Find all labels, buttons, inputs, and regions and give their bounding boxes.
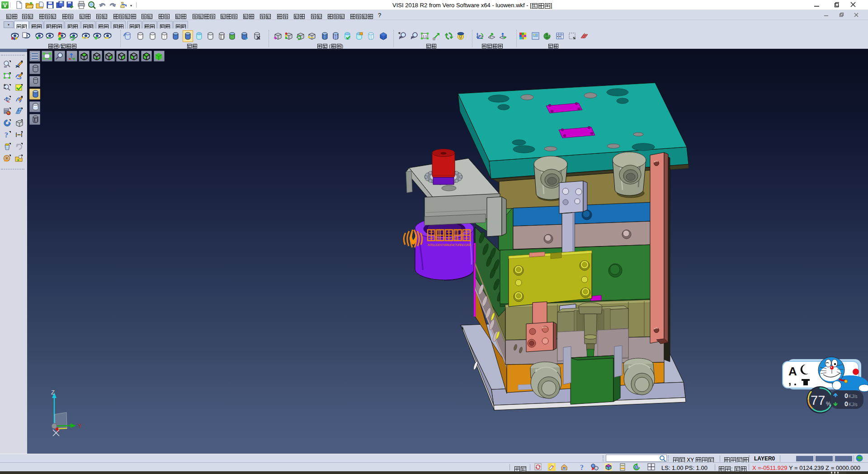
- svg-text:77: 77: [811, 393, 825, 408]
- svg-text:0: 0: [844, 400, 848, 408]
- svg-text:10: 10: [563, 468, 566, 470]
- svg-text:1:1: 1:1: [423, 35, 427, 38]
- svg-text:V: V: [3, 2, 7, 9]
- svg-text:0: 0: [844, 392, 848, 399]
- svg-text:?: ?: [5, 131, 8, 139]
- svg-text:KJ/s: KJ/s: [849, 402, 857, 407]
- svg-text:?: ?: [580, 464, 584, 471]
- svg-text:KJ/s: KJ/s: [849, 394, 857, 399]
- svg-text:,: ,: [788, 375, 791, 387]
